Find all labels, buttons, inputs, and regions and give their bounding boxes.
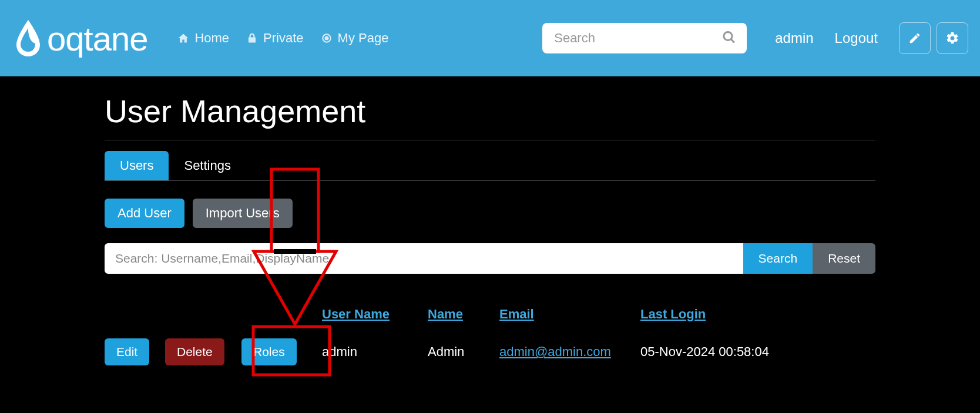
cell-username: admin — [322, 344, 428, 360]
droplet-icon — [12, 18, 45, 59]
settings-button[interactable] — [937, 22, 968, 54]
import-users-button[interactable]: Import Users — [193, 199, 293, 228]
col-lastlogin[interactable]: Last Login — [640, 307, 875, 322]
global-search — [542, 23, 747, 53]
tab-strip: Users Settings — [105, 151, 875, 181]
svg-point-2 — [724, 32, 732, 41]
page-body: User Management Users Settings Add User … — [0, 76, 980, 368]
username-link[interactable]: admin — [775, 30, 813, 46]
row-edit-button[interactable]: Edit — [105, 338, 149, 365]
row-roles-button[interactable]: Roles — [241, 338, 297, 365]
logout-link[interactable]: Logout — [835, 30, 878, 46]
tab-users[interactable]: Users — [105, 151, 169, 180]
target-icon — [320, 32, 333, 45]
user-menu: admin Logout — [775, 22, 968, 54]
nav-home[interactable]: Home — [177, 31, 229, 46]
tab-settings[interactable]: Settings — [169, 151, 246, 180]
table-header — [105, 295, 875, 307]
col-username[interactable]: User Name — [322, 307, 428, 322]
edit-page-button[interactable] — [899, 22, 931, 54]
nav-label: Private — [263, 31, 303, 46]
users-table: User Name Name Email Last Login Edit Del… — [105, 295, 875, 368]
svg-line-3 — [731, 39, 734, 43]
nav-label: Home — [194, 31, 229, 46]
col-name[interactable]: Name — [428, 307, 499, 322]
top-bar: oqtane Home Private My Page admin — [0, 0, 980, 76]
lock-icon — [246, 32, 259, 45]
filter-search-button[interactable]: Search — [743, 243, 813, 274]
filter-reset-button[interactable]: Reset — [813, 243, 875, 274]
table-row: Edit Delete Roles admin Admin admin@admi… — [105, 336, 875, 368]
cell-lastlogin: 05-Nov-2024 00:58:04 — [640, 344, 875, 360]
cell-email[interactable]: admin@admin.com — [499, 344, 640, 360]
search-input[interactable] — [542, 23, 747, 53]
search-button[interactable] — [720, 28, 739, 49]
nav-links: Home Private My Page — [177, 31, 388, 46]
nav-private[interactable]: Private — [246, 31, 303, 46]
search-icon — [722, 31, 736, 45]
filter-row: Search Reset — [105, 243, 875, 274]
divider — [105, 140, 875, 140]
gear-icon — [945, 31, 959, 45]
action-row: Add User Import Users — [105, 199, 875, 228]
row-delete-button[interactable]: Delete — [165, 338, 224, 365]
svg-point-1 — [325, 37, 328, 40]
nav-label: My Page — [338, 31, 389, 46]
brand-name: oqtane — [47, 19, 147, 58]
user-filter-input[interactable] — [105, 243, 743, 274]
nav-mypage[interactable]: My Page — [320, 31, 389, 46]
home-icon — [177, 32, 190, 45]
add-user-button[interactable]: Add User — [105, 199, 184, 228]
page-title: User Management — [105, 93, 875, 129]
col-email[interactable]: Email — [499, 307, 640, 322]
cell-name: Admin — [428, 344, 499, 360]
pencil-icon — [908, 32, 921, 45]
brand-logo[interactable]: oqtane — [0, 18, 147, 59]
